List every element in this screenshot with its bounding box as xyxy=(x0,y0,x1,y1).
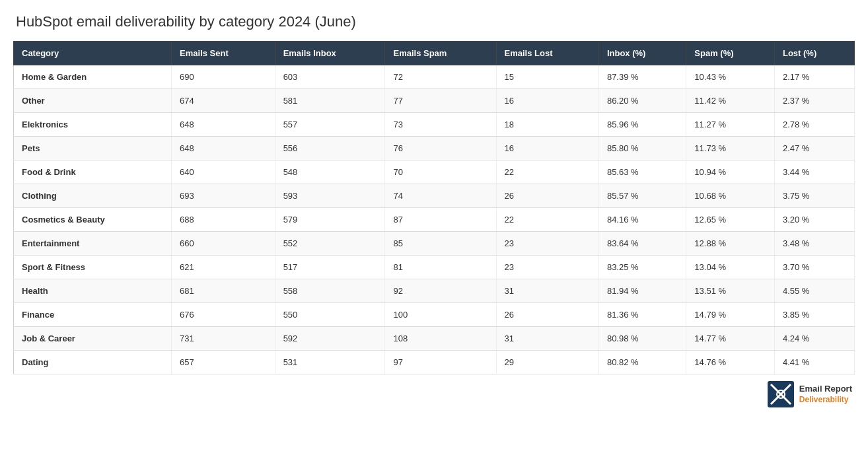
cell-spam: 81 xyxy=(385,256,496,279)
cell-category: Finance xyxy=(14,303,172,327)
cell-inbox: 579 xyxy=(275,208,385,232)
table-row: Home & Garden690603721587.39 %10.43 %2.1… xyxy=(14,65,855,89)
cell-sent: 660 xyxy=(172,232,275,256)
cell-sent: 690 xyxy=(172,65,275,89)
cell-spam_pct: 12.88 % xyxy=(686,232,775,256)
table-row: Entertainment660552852383.64 %12.88 %3.4… xyxy=(14,232,855,256)
cell-spam: 100 xyxy=(385,303,496,327)
cell-inbox_pct: 81.36 % xyxy=(598,303,686,327)
cell-category: Entertainment xyxy=(14,232,172,256)
cell-lost_pct: 4.41 % xyxy=(774,351,854,374)
table-row: Pets648556761685.80 %11.73 %2.47 % xyxy=(14,137,855,160)
cell-lost: 23 xyxy=(496,256,598,279)
cell-lost: 18 xyxy=(496,113,598,137)
logo-line1: Email Report xyxy=(799,384,852,395)
cell-sent: 621 xyxy=(172,256,275,279)
table-row: Finance6765501002681.36 %14.79 %3.85 % xyxy=(14,303,855,327)
cell-lost_pct: 2.47 % xyxy=(774,137,854,160)
cell-spam_pct: 11.27 % xyxy=(686,113,775,137)
cell-lost: 22 xyxy=(496,160,598,184)
cell-category: Sport & Fitness xyxy=(14,256,172,279)
table-row: Health681558923181.94 %13.51 %4.55 % xyxy=(14,279,855,303)
cell-spam_pct: 11.73 % xyxy=(686,137,775,160)
cell-inbox_pct: 83.25 % xyxy=(598,256,686,279)
cell-category: Other xyxy=(14,89,172,113)
cell-category: Health xyxy=(14,279,172,303)
cell-spam_pct: 10.68 % xyxy=(686,184,775,208)
header-emails-sent: Emails Sent xyxy=(172,42,275,65)
logo-text: Email Report Deliverability xyxy=(799,384,852,405)
header-spam----: Spam (%) xyxy=(686,42,775,65)
cell-lost: 31 xyxy=(496,279,598,303)
cell-category: Food & Drink xyxy=(14,160,172,184)
cell-category: Dating xyxy=(14,351,172,374)
cell-sent: 657 xyxy=(172,351,275,374)
cell-inbox: 592 xyxy=(275,327,385,351)
cell-sent: 674 xyxy=(172,89,275,113)
cell-sent: 731 xyxy=(172,327,275,351)
cell-spam: 77 xyxy=(385,89,496,113)
cell-inbox: 550 xyxy=(275,303,385,327)
cell-lost_pct: 3.85 % xyxy=(774,303,854,327)
cell-inbox_pct: 81.94 % xyxy=(598,279,686,303)
cell-sent: 648 xyxy=(172,113,275,137)
cell-category: Pets xyxy=(14,137,172,160)
cell-spam_pct: 10.43 % xyxy=(686,65,775,89)
cell-category: Home & Garden xyxy=(14,65,172,89)
cell-lost_pct: 3.44 % xyxy=(774,160,854,184)
cell-sent: 640 xyxy=(172,160,275,184)
header-emails-spam: Emails Spam xyxy=(385,42,496,65)
cell-inbox_pct: 85.63 % xyxy=(598,160,686,184)
table-body: Home & Garden690603721587.39 %10.43 %2.1… xyxy=(14,65,855,374)
table-row: Other674581771686.20 %11.42 %2.37 % xyxy=(14,89,855,113)
cell-spam: 73 xyxy=(385,113,496,137)
table-row: Elektronics648557731885.96 %11.27 %2.78 … xyxy=(14,113,855,137)
cell-lost_pct: 4.24 % xyxy=(774,327,854,351)
cell-inbox: 558 xyxy=(275,279,385,303)
cell-spam: 108 xyxy=(385,327,496,351)
cell-inbox: 603 xyxy=(275,65,385,89)
cell-category: Clothing xyxy=(14,184,172,208)
cell-lost: 22 xyxy=(496,208,598,232)
cell-inbox_pct: 80.98 % xyxy=(598,327,686,351)
cell-spam: 74 xyxy=(385,184,496,208)
cell-inbox: 557 xyxy=(275,113,385,137)
cell-inbox_pct: 85.57 % xyxy=(598,184,686,208)
cell-inbox_pct: 86.20 % xyxy=(598,89,686,113)
cell-spam: 76 xyxy=(385,137,496,160)
cell-spam: 87 xyxy=(385,208,496,232)
logo: Email Report Deliverability xyxy=(768,381,852,407)
table-row: Cosmetics & Beauty688579872284.16 %12.65… xyxy=(14,208,855,232)
cell-inbox: 593 xyxy=(275,184,385,208)
cell-spam_pct: 14.77 % xyxy=(686,327,775,351)
cell-inbox_pct: 80.82 % xyxy=(598,351,686,374)
header-category: Category xyxy=(14,42,172,65)
cell-sent: 688 xyxy=(172,208,275,232)
cell-lost: 15 xyxy=(496,65,598,89)
cell-lost_pct: 4.55 % xyxy=(774,279,854,303)
cell-lost: 26 xyxy=(496,303,598,327)
cell-inbox: 548 xyxy=(275,160,385,184)
table-header: CategoryEmails SentEmails InboxEmails Sp… xyxy=(14,42,855,65)
cell-inbox: 531 xyxy=(275,351,385,374)
page-title: HubSpot email deliverability by category… xyxy=(13,13,855,30)
table-row: Job & Career7315921083180.98 %14.77 %4.2… xyxy=(14,327,855,351)
cell-inbox_pct: 87.39 % xyxy=(598,65,686,89)
table-row: Dating657531972980.82 %14.76 %4.41 % xyxy=(14,351,855,374)
header-lost----: Lost (%) xyxy=(774,42,854,65)
cell-sent: 693 xyxy=(172,184,275,208)
cell-lost_pct: 3.70 % xyxy=(774,256,854,279)
cell-spam: 72 xyxy=(385,65,496,89)
table-row: Food & Drink640548702285.63 %10.94 %3.44… xyxy=(14,160,855,184)
cell-lost_pct: 2.37 % xyxy=(774,89,854,113)
cell-lost_pct: 2.78 % xyxy=(774,113,854,137)
cell-lost_pct: 3.48 % xyxy=(774,232,854,256)
cell-lost: 29 xyxy=(496,351,598,374)
cell-inbox_pct: 85.96 % xyxy=(598,113,686,137)
cell-inbox: 517 xyxy=(275,256,385,279)
cell-lost_pct: 2.17 % xyxy=(774,65,854,89)
cell-spam_pct: 11.42 % xyxy=(686,89,775,113)
cell-spam_pct: 14.79 % xyxy=(686,303,775,327)
cell-spam: 70 xyxy=(385,160,496,184)
cell-lost: 31 xyxy=(496,327,598,351)
